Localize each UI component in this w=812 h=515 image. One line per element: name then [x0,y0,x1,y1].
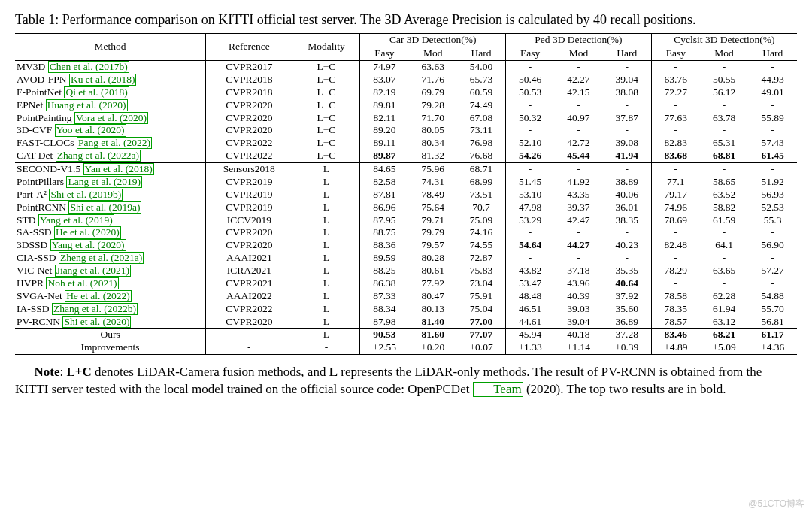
citation-link[interactable]: Shi et al. (2020) [62,316,131,328]
cell-value: - [554,99,603,112]
cell-value: 79.17 [651,189,700,201]
cell-value: +0.20 [408,341,457,354]
col-hard: Hard [748,47,797,61]
citation-link[interactable]: Lang et al. (2019) [66,176,142,188]
cell-value: - [603,61,652,74]
cell-value: 37.87 [603,112,652,125]
citation-link[interactable]: Vora et al. (2020) [74,112,148,124]
cell-value: 43.82 [506,265,555,277]
cell-modality: L+C [292,150,360,162]
cell-value: 76.98 [457,137,506,150]
cell-value: 77.92 [408,277,457,290]
cell-value: 55.70 [748,303,797,316]
cell-value: 42.27 [554,74,603,86]
cell-modality: L [292,316,360,329]
cell-value: 74.55 [457,239,506,252]
citation-link[interactable]: Zhang et al. (2022a) [56,150,141,162]
cell-value: - [700,61,749,74]
note-lc: L+C [66,365,91,379]
citation-link[interactable]: Yoo et al. (2020) [55,124,126,136]
citation-link[interactable]: Team [473,382,523,397]
cell-value: +0.39 [603,341,652,354]
cell-value: 80.34 [408,137,457,150]
cell-value: +4.89 [651,341,700,354]
citation-link[interactable]: Yang et al. (2020) [50,239,126,251]
col-group-ped: Ped 3D Detection(%) [506,34,652,47]
table-row: MV3D Chen et al. (2017b)CVPR2017L+C74.97… [15,61,797,74]
cell-reference: CVPR2020 [206,112,292,125]
cell-value: 65.31 [700,137,749,150]
cell-value: - [506,61,555,74]
cell-value: 47.98 [506,201,555,214]
cell-method: PV-RCNN Shi et al. (2020) [15,316,206,329]
cell-value: 83.07 [360,74,409,86]
cell-value: 58.82 [700,201,749,214]
cell-reference: CVPR2019 [206,201,292,214]
cell-value: - [603,124,652,137]
cell-value: +1.14 [554,341,603,354]
citation-link[interactable]: Zheng et al. (2021a) [59,252,144,264]
cell-method: Part-A² Shi et al. (2019b) [15,189,206,201]
table-row: FAST-CLOCs Pang et al. (2022)CVPR2022L+C… [15,137,797,150]
cell-reference: CVPR2020 [206,316,292,329]
citation-link[interactable]: Chen et al. (2017b) [48,61,129,73]
cell-value: 63.52 [700,189,749,201]
cell-method: VIC-Net Jiang et al. (2021) [15,265,206,277]
cell-method: 3DSSD Yang et al. (2020) [15,239,206,252]
cell-value: - [651,61,700,74]
cell-value: 37.28 [603,329,652,341]
cell-value: 38.08 [603,86,652,99]
cell-value: 80.47 [408,290,457,303]
note-label: Note [35,365,60,379]
cell-value: 54.00 [457,61,506,74]
table-row: Improvements--+2.55+0.20+0.07+1.33+1.14+… [15,341,797,354]
cell-value: +2.55 [360,341,409,354]
cell-value: 53.47 [506,277,555,290]
citation-link[interactable]: He et al. (2020) [54,226,121,238]
cell-value: - [651,99,700,112]
cell-value: 89.81 [360,99,409,112]
cell-value: 86.96 [360,201,409,214]
citation-link[interactable]: Yang et al. (2019) [38,214,114,226]
citation-link[interactable]: Qi et al. (2018) [64,86,129,98]
cell-reference: AAAI2022 [206,290,292,303]
table-row: CAT-Det Zhang et al. (2022a)CVPR2022L+C8… [15,150,797,162]
cell-value: 50.53 [506,86,555,99]
cell-reference: CVPR2022 [206,150,292,162]
citation-link[interactable]: Yan et al. (2018) [83,163,154,175]
cell-value: 56.90 [748,239,797,252]
cell-value: 37.92 [603,290,652,303]
cell-value: 74.96 [651,201,700,214]
cell-value: - [748,61,797,74]
table-row: CIA-SSD Zheng et al. (2021a)AAAI2021L89.… [15,252,797,265]
cell-value: 51.45 [506,176,555,189]
cell-modality: L [292,303,360,316]
cell-value: 86.38 [360,277,409,290]
citation-link[interactable]: Huang et al. (2020) [46,99,128,111]
cell-value: - [651,226,700,239]
citation-link[interactable]: Shi et al. (2019a) [68,201,141,214]
cell-value: 87.98 [360,316,409,329]
citation-link[interactable]: Zhang et al. (2022b) [52,303,138,315]
citation-link[interactable]: Shi et al. (2019b) [49,189,123,201]
cell-modality: L [292,214,360,227]
cell-value: - [700,226,749,239]
cell-value: - [748,226,797,239]
cell-value: 77.07 [457,329,506,341]
cell-value: 78.49 [408,189,457,201]
citation-link[interactable]: Jiang et al. (2021) [55,265,131,277]
citation-link[interactable]: Noh et al. (2021) [46,277,118,289]
table-row: SECOND-V1.5 Yan et al. (2018)Sensors2018… [15,163,797,176]
citation-link[interactable]: He et al. (2022) [65,290,132,302]
cell-value: 77.1 [651,176,700,189]
cell-value: - [603,99,652,112]
citation-link[interactable]: Ku et al. (2018) [69,74,136,86]
cell-method: AVOD-FPN Ku et al. (2018) [15,74,206,86]
cell-value: - [506,124,555,137]
cell-value: 35.60 [603,303,652,316]
citation-link[interactable]: Pang et al. (2022) [77,137,152,149]
cell-method: 3D-CVF Yoo et al. (2020) [15,124,206,137]
cell-value: - [651,124,700,137]
cell-value: 63.76 [651,74,700,86]
cell-value: 57.43 [748,137,797,150]
